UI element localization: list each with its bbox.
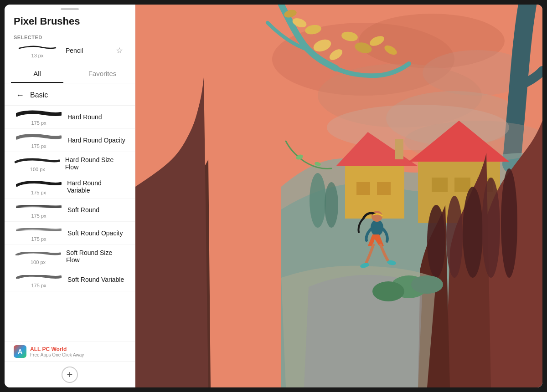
brush-item-soft-round[interactable]: 175 px Soft Round: [5, 199, 135, 222]
svg-point-31: [463, 187, 483, 278]
brush-size-hard-round: 175 px: [31, 120, 46, 126]
brush-list: 175 px Hard Round 175 px Hard Round Opac…: [5, 106, 135, 341]
brush-name-soft-round: Soft Round: [67, 206, 99, 214]
selected-brush-stroke: [17, 43, 58, 52]
ad-icon: A: [14, 345, 26, 358]
svg-rect-24: [432, 178, 448, 192]
back-button[interactable]: ←: [14, 89, 26, 102]
svg-rect-21: [395, 139, 403, 159]
brush-size-soft-round-variable: 175 px: [31, 283, 46, 288]
brush-preview-hard-round-opacity: 175 px: [14, 132, 64, 149]
selected-brush-preview: 13 px: [14, 43, 61, 58]
app-container: Pixel Brushes SELECTED 13 px Pencil ☆: [5, 5, 542, 387]
brush-stroke-hard-round-opacity: [16, 132, 62, 143]
add-button-row: +: [5, 361, 135, 387]
svg-rect-17: [345, 164, 404, 219]
sidebar-header: Pixel Brushes: [5, 10, 135, 32]
svg-point-32: [482, 178, 500, 278]
brush-size-hard-round-variable: 175 px: [31, 190, 46, 195]
svg-point-33: [501, 168, 517, 278]
brush-name-hard-round-variable: Hard Round Variable: [67, 179, 126, 194]
brush-name-soft-round-variable: Soft Round Variable: [67, 276, 124, 283]
canvas-area[interactable]: [135, 5, 542, 387]
brush-size-hard-round-size-flow: 100 px: [30, 167, 45, 172]
svg-point-29: [427, 205, 445, 278]
selected-brush-name: Pencil: [61, 47, 113, 54]
app-title: Pixel Brushes: [14, 15, 126, 27]
ad-title: ALL PC World: [30, 346, 84, 352]
brush-stroke-soft-round-size-flow: [15, 248, 61, 259]
brush-stroke-hard-round: [16, 108, 62, 119]
ad-subtitle: Free Apps One Click Away: [30, 352, 84, 357]
brush-name-hard-round-opacity: Hard Round Opacity: [67, 137, 125, 144]
selected-brush-size: 13 px: [31, 53, 44, 58]
svg-point-28: [325, 182, 338, 228]
brush-item-hard-round-size-flow[interactable]: 100 px Hard Round Size Flow: [5, 152, 135, 175]
brush-preview-hard-round-variable: 175 px: [14, 178, 63, 195]
brush-item-soft-round-opacity[interactable]: 175 px Soft Round Opacity: [5, 222, 135, 245]
svg-point-40: [411, 275, 443, 294]
favorite-button[interactable]: ☆: [113, 44, 126, 57]
brush-stroke-hard-round-variable: [16, 178, 62, 189]
svg-point-27: [310, 173, 326, 228]
brush-item-hard-round-variable[interactable]: 175 px Hard Round Variable: [5, 175, 135, 199]
brush-preview-hard-round-size-flow: 100 px: [14, 155, 62, 172]
svg-point-39: [372, 281, 404, 301]
brush-list-title: Basic: [30, 91, 48, 99]
brush-stroke-hard-round-size-flow: [15, 155, 60, 166]
selected-label: SELECTED: [14, 35, 126, 40]
sidebar: Pixel Brushes SELECTED 13 px Pencil ☆: [5, 5, 135, 387]
brush-item-soft-round-size-flow[interactable]: 100 px Soft Round Size Flow: [5, 245, 135, 268]
tab-favorites[interactable]: Favorites: [70, 64, 135, 83]
brush-size-soft-round-opacity: 175 px: [31, 236, 46, 242]
svg-rect-19: [356, 182, 370, 195]
svg-rect-25: [454, 178, 470, 192]
selected-brush-row: 13 px Pencil ☆: [14, 43, 126, 58]
brush-name-hard-round: Hard Round: [67, 113, 102, 121]
brush-item-hard-round-opacity[interactable]: 175 px Hard Round Opacity: [5, 129, 135, 152]
ad-text: ALL PC World Free Apps One Click Away: [30, 346, 84, 357]
brush-item-soft-round-variable[interactable]: 175 px Soft Round Variable: [5, 268, 135, 291]
brush-stroke-soft-round: [16, 201, 62, 212]
brush-name-soft-round-opacity: Soft Round Opacity: [67, 229, 123, 237]
brush-stroke-soft-round-variable: [16, 271, 62, 282]
brush-preview-soft-round-size-flow: 100 px: [14, 248, 62, 265]
brush-item-hard-round[interactable]: 175 px Hard Round: [5, 106, 135, 129]
brush-preview-soft-round: 175 px: [14, 201, 64, 219]
brush-list-header: ← Basic: [5, 83, 135, 106]
brush-name-soft-round-size-flow: Soft Round Size Flow: [66, 249, 126, 264]
brush-size-soft-round: 175 px: [31, 213, 46, 219]
selected-section: SELECTED 13 px Pencil ☆: [5, 32, 135, 64]
ad-area: A ALL PC World Free Apps One Click Away: [5, 341, 135, 361]
brush-preview-soft-round-variable: 175 px: [14, 271, 64, 288]
tab-all[interactable]: All: [5, 64, 70, 83]
brush-size-hard-round-opacity: 175 px: [31, 143, 46, 149]
brush-preview-hard-round: 175 px: [14, 108, 64, 126]
brush-size-soft-round-size-flow: 100 px: [31, 260, 46, 265]
tabs-row: All Favorites: [5, 64, 135, 83]
svg-point-30: [446, 196, 463, 278]
svg-rect-20: [377, 182, 391, 195]
brush-stroke-soft-round-opacity: [16, 224, 62, 235]
brush-preview-soft-round-opacity: 175 px: [14, 224, 64, 242]
add-brush-button[interactable]: +: [62, 367, 78, 383]
brush-name-hard-round-size-flow: Hard Round Size Flow: [65, 156, 126, 171]
